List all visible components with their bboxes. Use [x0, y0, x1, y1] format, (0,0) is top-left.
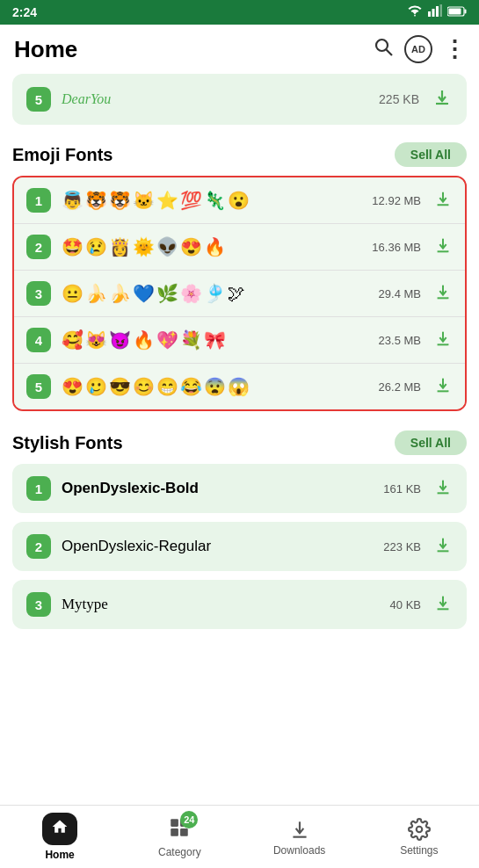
svg-rect-6: [449, 9, 461, 15]
stylish-download-button-3[interactable]: [433, 593, 453, 616]
status-icons: [407, 4, 467, 20]
emoji-font-item-5: 5 😍🥲😎😊😁😂😨😱 26.2 MB: [14, 364, 465, 409]
nav-downloads-label: Downloads: [273, 844, 325, 857]
nav-item-category[interactable]: 24 Category: [120, 806, 239, 868]
svg-rect-29: [171, 828, 179, 836]
stylish-name-2: OpenDyslexic-Regular: [62, 538, 211, 555]
stylish-font-item-3: 3 Mytype 40 KB: [12, 580, 467, 629]
emoji-row-3: 😐🍌🍌💙🌿🌸🎐🕊: [62, 283, 247, 304]
category-badge: 24: [180, 811, 198, 828]
featured-download-button[interactable]: [432, 86, 453, 112]
emoji-size-3: 29.4 MB: [379, 287, 421, 300]
item-num-5: 5: [26, 374, 51, 399]
emoji-fonts-title: Emoji Fonts: [12, 145, 112, 165]
nav-item-home[interactable]: Home: [0, 806, 120, 868]
stylish-fonts-list: 1 OpenDyslexic-Bold 161 KB 2 OpenDyslexi…: [12, 464, 467, 629]
svg-rect-3: [440, 4, 443, 17]
stylish-size-2: 223 KB: [383, 540, 421, 553]
featured-size: 225 KB: [379, 92, 419, 106]
svg-rect-1: [432, 9, 435, 17]
emoji-fonts-list: 1 👼🐯🐯🐱⭐💯🦎😮 12.92 MB 2 🤩😢👸🌞👽😍🔥 16.36 MB: [12, 176, 467, 411]
item-num-1: 1: [26, 188, 51, 213]
stylish-fonts-section-header: Stylish Fonts Sell All: [0, 425, 479, 464]
emoji-size-5: 26.2 MB: [379, 380, 421, 394]
downloads-icon: [288, 818, 311, 841]
svg-rect-2: [436, 6, 439, 17]
home-icon: [42, 813, 77, 845]
emoji-row-2: 🤩😢👸🌞👽😍🔥: [62, 236, 228, 257]
stylish-name-1: OpenDyslexic-Bold: [62, 480, 199, 497]
stylish-download-button-1[interactable]: [433, 477, 453, 500]
bottom-nav: Home 24 Category Downloads Settings: [0, 805, 479, 868]
emoji-font-item-3: 3 😐🍌🍌💙🌿🌸🎐🕊 29.4 MB: [14, 271, 465, 317]
featured-num: 5: [26, 87, 51, 112]
search-icon[interactable]: [373, 36, 394, 62]
svg-rect-30: [180, 828, 188, 836]
ad-badge: AD: [404, 35, 432, 63]
stylish-size-1: 161 KB: [383, 482, 421, 495]
item-num-2: 2: [26, 235, 51, 259]
wifi-icon: [407, 4, 423, 20]
emoji-sell-all-button[interactable]: Sell All: [395, 142, 467, 167]
emoji-size-1: 12.92 MB: [372, 194, 421, 207]
svg-rect-5: [465, 10, 467, 14]
emoji-download-button-3[interactable]: [433, 282, 453, 305]
svg-rect-27: [171, 819, 179, 827]
signal-icon: [428, 4, 442, 20]
stylish-num-1: 1: [26, 476, 51, 501]
emoji-size-4: 23.5 MB: [379, 334, 421, 347]
header: Home AD ⋮: [0, 25, 479, 74]
category-icon-wrapper: 24: [168, 816, 191, 843]
svg-rect-0: [428, 11, 431, 17]
header-actions: AD ⋮: [373, 35, 465, 63]
svg-point-7: [376, 40, 388, 51]
featured-item: 5 DearYou 225 KB: [12, 74, 467, 125]
emoji-size-2: 16.36 MB: [372, 241, 421, 254]
status-bar: 2:24: [0, 0, 479, 25]
nav-settings-label: Settings: [400, 844, 438, 857]
stylish-font-item-2: 2 OpenDyslexic-Regular 223 KB: [12, 522, 467, 571]
emoji-download-button-5[interactable]: [433, 375, 453, 398]
battery-icon: [447, 4, 467, 20]
stylish-sell-all-button[interactable]: Sell All: [395, 430, 467, 455]
nav-category-label: Category: [158, 846, 201, 858]
emoji-download-button-1[interactable]: [433, 189, 453, 212]
stylish-font-item-1: 1 OpenDyslexic-Bold 161 KB: [12, 464, 467, 513]
stylish-size-3: 40 KB: [390, 598, 421, 611]
emoji-row-5: 😍🥲😎😊😁😂😨😱: [62, 376, 251, 397]
svg-point-33: [417, 826, 423, 832]
nav-home-label: Home: [45, 849, 74, 861]
emoji-download-button-2[interactable]: [433, 235, 453, 258]
emoji-font-item-1: 1 👼🐯🐯🐱⭐💯🦎😮 12.92 MB: [14, 177, 465, 224]
stylish-num-3: 3: [26, 592, 51, 617]
more-menu-icon[interactable]: ⋮: [443, 36, 465, 63]
item-num-3: 3: [26, 281, 51, 306]
stylish-fonts-title: Stylish Fonts: [12, 433, 123, 453]
page-title: Home: [14, 36, 77, 63]
emoji-download-button-4[interactable]: [433, 329, 453, 351]
emoji-row-4: 🥰😻😈🔥💖💐🎀: [62, 329, 228, 351]
status-time: 2:24: [12, 5, 37, 19]
nav-item-downloads[interactable]: Downloads: [240, 806, 359, 868]
stylish-name-3: Mytype: [62, 596, 108, 613]
emoji-fonts-section-header: Emoji Fonts Sell All: [0, 137, 479, 176]
stylish-download-button-2[interactable]: [433, 535, 453, 558]
svg-line-8: [387, 50, 393, 56]
stylish-num-2: 2: [26, 534, 51, 559]
settings-icon: [408, 818, 431, 841]
emoji-font-item-4: 4 🥰😻😈🔥💖💐🎀 23.5 MB: [14, 317, 465, 364]
emoji-font-item-2: 2 🤩😢👸🌞👽😍🔥 16.36 MB: [14, 224, 465, 271]
item-num-4: 4: [26, 328, 51, 352]
featured-name: DearYou: [62, 91, 111, 107]
emoji-row-1: 👼🐯🐯🐱⭐💯🦎😮: [62, 190, 251, 211]
nav-item-settings[interactable]: Settings: [359, 806, 479, 868]
